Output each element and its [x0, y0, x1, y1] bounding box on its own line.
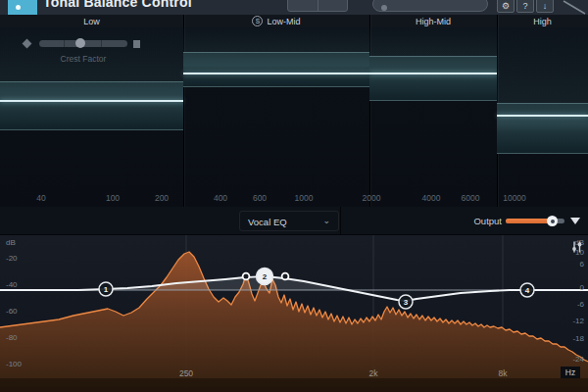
left-axis-label-dB: dB — [6, 238, 16, 247]
node-bandwidth-handle[interactable] — [243, 273, 250, 280]
solo-badge[interactable]: S — [252, 16, 263, 26]
freq-tick-4000: 4000 — [422, 193, 441, 203]
collapse-triangle-icon[interactable] — [570, 218, 580, 224]
diagonal-mark-icon — [561, 0, 586, 15]
logo-dot-icon — [16, 5, 21, 10]
band-level-line — [183, 73, 369, 74]
band-header-low-mid[interactable]: SLow-Mid — [183, 15, 369, 27]
output-slider-handle[interactable] — [547, 216, 558, 226]
preset-nav-buttons[interactable] — [287, 0, 348, 12]
freq-tick-2000: 2000 — [363, 193, 381, 203]
eq-node-number: 1 — [104, 285, 109, 294]
left-axis-label--100: -100 — [6, 360, 22, 368]
band-zone-glow — [369, 27, 497, 56]
target-zone-low — [0, 81, 183, 130]
app-title: Tonal Balance Control — [43, 0, 192, 10]
panel-bottom-shade — [0, 378, 588, 392]
divider — [340, 207, 341, 235]
right-axis-label--24: -24 — [572, 355, 584, 364]
target-preset-value: Vocal EQ — [248, 217, 287, 227]
hz-unit-badge: Hz — [561, 367, 580, 378]
freq-tick-1000: 1000 — [295, 193, 314, 203]
diamond-icon — [23, 39, 32, 49]
target-zone-high — [497, 103, 588, 154]
tonal-balance-control-window: Tonal Balance Control ⚙ ? ↓ LowSLow-MidH… — [0, 0, 588, 392]
freq-tick-200: 200 — [155, 193, 169, 203]
target-preset-dropdown[interactable]: Vocal EQ ⌄ — [239, 211, 339, 231]
band-header-high[interactable]: High — [497, 15, 588, 27]
left-axis-label--60: -60 — [6, 307, 18, 316]
middle-toolbar: Vocal EQ ⌄ Output — [0, 207, 588, 235]
freq-tick-600: 600 — [253, 193, 267, 203]
izotope-logo — [8, 0, 37, 15]
left-axis-label--80: -80 — [6, 333, 18, 342]
freq-tick-40: 40 — [36, 193, 45, 203]
right-axis-label--18: -18 — [572, 334, 584, 343]
bottom-freq-tick-2k: 2k — [369, 368, 378, 378]
right-axis-label--6: -6 — [577, 300, 584, 309]
title-bar: Tonal Balance Control ⚙ ? ↓ — [0, 0, 588, 16]
output-slider-fill — [506, 219, 552, 223]
bottom-freq-tick-250: 250 — [179, 368, 193, 378]
right-axis-label--12: -12 — [572, 317, 584, 325]
band-level-line — [497, 115, 588, 117]
gear-icon[interactable]: ⚙ — [497, 0, 514, 13]
node-bandwidth-handle[interactable] — [282, 273, 289, 280]
chevron-down-icon: ⌄ — [322, 216, 330, 225]
eq-sliders-icon[interactable] — [570, 240, 583, 254]
bottom-freq-tick-8k: 8k — [499, 368, 508, 378]
right-axis-label-6: 6 — [580, 260, 584, 269]
band-label: Low-Mid — [267, 17, 300, 26]
preset-dot-icon — [381, 5, 387, 11]
band-label: High-Mid — [416, 17, 451, 26]
band-header-low[interactable]: Low — [0, 15, 183, 27]
left-axis-label--40: -40 — [6, 280, 18, 289]
help-icon[interactable]: ? — [516, 0, 534, 13]
freq-tick-6000: 6000 — [462, 193, 480, 203]
left-axis-label--20: -20 — [6, 254, 18, 263]
download-icon[interactable]: ↓ — [536, 0, 554, 13]
band-label: High — [533, 17, 552, 26]
eq-node-number: 2 — [263, 272, 268, 281]
eq-node-number: 3 — [404, 298, 409, 307]
target-zone-high-mid — [369, 56, 497, 101]
global-preset-dropdown[interactable] — [372, 0, 488, 12]
freq-tick-10000: 10000 — [503, 193, 526, 203]
crest-factor-control: Crest Factor — [0, 27, 167, 76]
freq-tick-400: 400 — [214, 193, 227, 203]
band-level-line — [369, 73, 497, 74]
output-label: Output — [451, 216, 502, 226]
crest-factor-label: Crest Factor — [0, 54, 167, 64]
freq-tick-100: 100 — [106, 193, 120, 203]
band-zone-glow — [497, 27, 588, 103]
right-axis-label-0: 0 — [580, 283, 584, 292]
band-level-line — [0, 100, 183, 102]
band-zone-glow — [183, 27, 369, 52]
band-header-high-mid[interactable]: High-Mid — [369, 15, 497, 27]
target-zone-low-mid — [183, 52, 369, 87]
eq-node-number: 4 — [525, 286, 530, 295]
square-icon — [133, 40, 140, 48]
band-label: Low — [83, 17, 100, 26]
